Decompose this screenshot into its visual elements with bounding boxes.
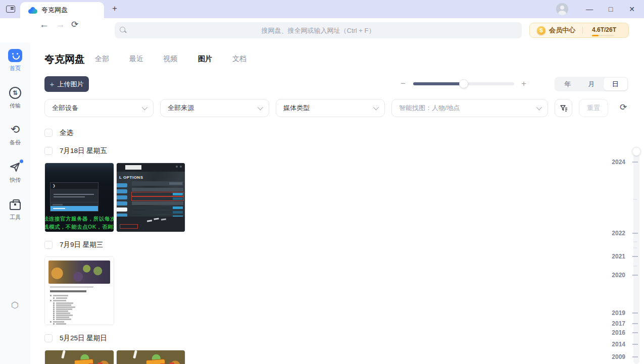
image-thumbnail[interactable]: ❯ 法连接官方服务器，所以每次启动 线模式，不能去点OK，否则就是无: [44, 163, 114, 232]
select-all-label: 全选: [60, 128, 73, 137]
timeline-minor-tick: [633, 247, 637, 248]
divider: [582, 27, 583, 34]
timeline-year[interactable]: 2022: [612, 230, 625, 237]
timeline-year[interactable]: 2017: [612, 320, 625, 327]
advanced-filter-button[interactable]: [555, 99, 572, 117]
image-thumbnail[interactable]: [116, 350, 185, 364]
timeline-tick: [632, 313, 638, 314]
date-group-header: 7月9日 星期三: [44, 240, 103, 249]
image-thumbnail[interactable]: [44, 350, 114, 364]
segment-year[interactable]: 年: [556, 78, 579, 90]
settings-gear-icon[interactable]: ⬡: [11, 301, 20, 309]
timeline-minor-tick: [633, 266, 637, 267]
group-date-label: 7月9日 星期三: [60, 240, 103, 249]
game-logo: [74, 359, 94, 364]
timeline-tick: [632, 162, 638, 163]
zoom-in-button[interactable]: +: [521, 79, 526, 88]
refresh-icon[interactable]: ⟳: [620, 103, 627, 112]
close-button[interactable]: ✕: [625, 5, 639, 13]
device-filter-dropdown[interactable]: 全部设备: [44, 99, 154, 117]
segment-day[interactable]: 日: [604, 78, 627, 90]
timeline-tick: [632, 256, 638, 257]
forward-button[interactable]: →: [56, 20, 65, 29]
game-logo: [146, 359, 166, 364]
game-art-screenshot: [45, 350, 114, 364]
titlebar: 夸克网盘 + — □ ✕: [0, 0, 644, 18]
document-screenshot: [45, 257, 114, 325]
image-thumbnail[interactable]: L OPTIONS: [116, 163, 185, 232]
game-options-screenshot: L OPTIONS: [117, 163, 185, 232]
sidebar-item-transfer[interactable]: ⇅ 传输: [0, 86, 30, 110]
quick-send-icon: [9, 162, 21, 173]
source-filter-dropdown[interactable]: 全部来源: [160, 99, 269, 117]
new-tab-button[interactable]: +: [108, 2, 121, 15]
maximize-button[interactable]: □: [604, 5, 618, 13]
home-smile-icon: [8, 49, 22, 62]
sidebar-item-quick-send[interactable]: 快传: [0, 160, 30, 184]
zoom-out-button[interactable]: −: [401, 79, 406, 88]
vip-coin-icon: S: [537, 26, 546, 35]
segment-month[interactable]: 月: [579, 78, 603, 90]
date-group-header: 5月25日 星期日: [44, 334, 107, 343]
options-heading: L OPTIONS: [119, 175, 143, 180]
back-button[interactable]: ←: [39, 20, 49, 29]
overlay-text-line: 法连接官方服务器，所以每次启动: [44, 216, 114, 223]
tab-title: 夸克网盘: [41, 6, 68, 15]
tab-manager-icon[interactable]: [6, 6, 15, 13]
timeline-year[interactable]: 2016: [612, 329, 625, 336]
highlighted-label: [120, 224, 138, 229]
overlay-text-line: 线模式，不能去点OK，否则就是无: [44, 224, 114, 231]
reload-button[interactable]: ⟳: [71, 20, 78, 29]
member-center-button[interactable]: S 会员中心 4.6T/26T: [529, 23, 629, 38]
group-checkbox[interactable]: [44, 334, 53, 342]
member-center-label: 会员中心: [549, 26, 575, 35]
timeline-handle[interactable]: [632, 147, 641, 156]
sidebar-item-home[interactable]: 首页: [0, 48, 30, 72]
thumbnail-size-slider[interactable]: [413, 82, 514, 85]
timeline-year[interactable]: 2009: [612, 353, 625, 360]
timeline-year[interactable]: 2014: [612, 341, 625, 348]
minimize-button[interactable]: —: [582, 5, 597, 13]
select-all-checkbox[interactable]: [44, 129, 53, 137]
timeline-year[interactable]: 2024: [612, 159, 625, 166]
dialog-header: ❯: [51, 183, 98, 189]
tab-all[interactable]: 全部: [95, 55, 109, 64]
funnel-icon: [560, 104, 568, 112]
search-input[interactable]: [127, 27, 522, 34]
smart-search-dropdown[interactable]: 智能找图：人物/地点: [391, 99, 548, 117]
page-title: 夸克网盘: [44, 53, 85, 66]
timeline-year[interactable]: 2019: [612, 309, 625, 317]
sidebar-item-tools[interactable]: 工具: [0, 197, 30, 221]
timeline-tick: [632, 344, 638, 345]
search-icon: [120, 27, 127, 34]
group-date-label: 7月18日 星期五: [60, 146, 107, 155]
slider-thumb[interactable]: [459, 79, 468, 88]
highlighted-option: [51, 206, 98, 211]
select-all-row: 全选: [44, 128, 73, 137]
timeline-tick: [632, 323, 638, 324]
upload-images-button[interactable]: + 上传图片: [44, 76, 89, 92]
timeline-year[interactable]: 2020: [612, 272, 625, 279]
user-avatar[interactable]: [556, 3, 568, 15]
tab-documents[interactable]: 文档: [232, 55, 246, 64]
notification-dot: [20, 160, 23, 163]
chevron-down-icon: [373, 105, 379, 110]
media-type-dropdown[interactable]: 媒体类型: [276, 99, 385, 117]
slider-fill: [413, 82, 464, 85]
image-thumbnail[interactable]: [44, 256, 114, 325]
group-checkbox[interactable]: [44, 241, 53, 249]
sidebar-item-backup[interactable]: ⟲ 备份: [0, 123, 30, 146]
chevron-down-icon: [536, 105, 542, 110]
search-bar[interactable]: [115, 22, 522, 38]
tab-recent[interactable]: 最近: [129, 55, 143, 64]
group-date-label: 5月25日 星期日: [60, 334, 107, 343]
quark-drive-window: 夸克网盘 + — □ ✕ ← → ⟳ S 会员中心 4.6T/26T 首页 ⇅ …: [0, 0, 644, 364]
storage-usage: 4.6T/26T: [592, 26, 616, 33]
browser-tab[interactable]: 夸克网盘: [20, 2, 104, 18]
reset-button[interactable]: 重置: [579, 99, 608, 117]
timeline-year[interactable]: 2021: [612, 253, 625, 260]
chevron-down-icon: [258, 105, 263, 110]
tab-videos[interactable]: 视频: [163, 55, 177, 64]
group-checkbox[interactable]: [44, 147, 53, 155]
tab-pictures[interactable]: 图片: [198, 55, 212, 64]
